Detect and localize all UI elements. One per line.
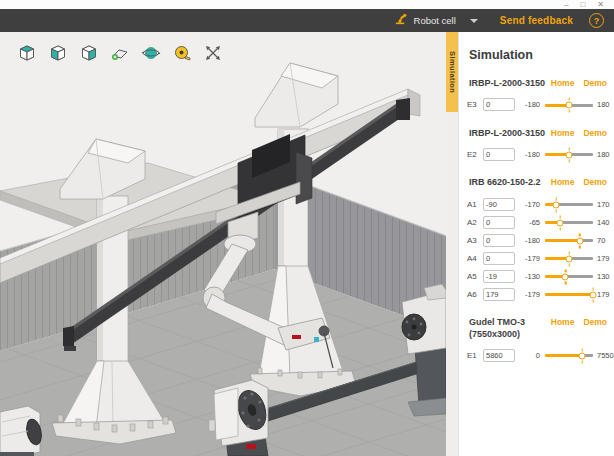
window-titlebar: – □ ✕ (0, 0, 614, 9)
plane-button[interactable] (109, 44, 131, 66)
view-front-icon (48, 43, 68, 67)
axis-value-input[interactable] (483, 98, 515, 111)
section-title: IRBP-L-2000-3150 (469, 78, 545, 90)
axis-max-label: 140 (593, 218, 614, 227)
axis-slider-handle[interactable] (590, 291, 597, 298)
section-title: IRB 6620-150-2.2 (469, 177, 541, 189)
axis-slider-handle[interactable] (553, 201, 560, 208)
axis-slider[interactable] (545, 147, 593, 161)
axis-max-label: 70 (593, 236, 614, 245)
panel-sections: IRBP-L-2000-3150HomeDemoE3-180180IRBP-L-… (467, 78, 609, 362)
axis-slider[interactable] (545, 287, 593, 301)
section-links: HomeDemo (551, 78, 607, 88)
axis-min-label: -179 (515, 254, 545, 263)
demo-link[interactable]: Demo (583, 128, 607, 138)
axis-slider[interactable] (545, 98, 593, 112)
axis-max-label: 180 (593, 100, 614, 109)
axis-min-label: -170 (515, 200, 545, 209)
axis-slider-handle[interactable] (566, 255, 573, 262)
demo-link[interactable]: Demo (583, 78, 607, 88)
axis-slider-handle[interactable] (557, 219, 564, 226)
window-maximize-button[interactable]: □ (580, 0, 585, 9)
axis-min-label: -180 (515, 100, 545, 109)
axis-slider-handle[interactable] (566, 151, 573, 158)
axis-slider[interactable] (545, 197, 593, 211)
axis-slider[interactable] (545, 269, 593, 283)
axis-min-label: -180 (515, 150, 545, 159)
axis-value-input[interactable] (483, 270, 515, 283)
axis-slider-handle[interactable] (562, 273, 569, 280)
positioner-unit-far-left (0, 406, 44, 456)
axis-slider-handle[interactable] (576, 237, 583, 244)
section-e3: IRBP-L-2000-3150HomeDemoE3-180180 (467, 78, 609, 112)
axis-value-input[interactable] (483, 349, 515, 362)
axis-value-input[interactable] (483, 252, 515, 265)
viewport-3d[interactable] (0, 32, 446, 456)
tab-simulation-label: Simulation (448, 51, 457, 93)
axis-value-input[interactable] (483, 288, 515, 301)
send-feedback-button[interactable]: Send feedback (494, 14, 579, 27)
axis-label: E1 (467, 351, 483, 360)
axis-max-label: 179 (593, 254, 614, 263)
axis-row-e1: E107550 (467, 348, 609, 362)
measure-button[interactable] (171, 44, 193, 66)
panel-rail: Simulation (446, 32, 458, 456)
home-link[interactable]: Home (551, 78, 575, 88)
axis-row-e2: E2-180180 (467, 147, 609, 161)
demo-link[interactable]: Demo (583, 177, 607, 187)
home-link[interactable]: Home (551, 177, 575, 187)
axis-value-input[interactable] (483, 148, 515, 161)
axis-value-input[interactable] (483, 216, 515, 229)
simulation-panel: Simulation Simulation IRBP-L-2000-3150Ho… (446, 32, 614, 456)
axis-label: A4 (467, 254, 483, 263)
window-minimize-button[interactable]: – (564, 0, 568, 9)
axis-row-a2: A2-65140 (467, 215, 609, 229)
chevron-down-icon (470, 19, 478, 23)
home-link[interactable]: Home (551, 128, 575, 138)
view-front-button[interactable] (47, 44, 69, 66)
axis-max-label: 180 (593, 150, 614, 159)
axis-slider[interactable] (545, 233, 593, 247)
axis-value-input[interactable] (483, 198, 515, 211)
axis-value-input[interactable] (483, 234, 515, 247)
plane-icon (110, 43, 130, 67)
axis-slider[interactable] (545, 215, 593, 229)
axis-row-a3: A3-18070 (467, 233, 609, 247)
window-close-button[interactable]: ✕ (597, 0, 604, 9)
robot-icon (393, 11, 408, 30)
help-icon[interactable]: ? (589, 13, 604, 28)
robot-cell-selector[interactable]: Robot cell (393, 11, 478, 30)
view-side-button[interactable] (78, 44, 100, 66)
panel-content: Simulation IRBP-L-2000-3150HomeDemoE3-18… (458, 32, 614, 456)
section-links: HomeDemo (551, 317, 607, 327)
home-link[interactable]: Home (551, 317, 575, 327)
axis-label: A3 (467, 236, 483, 245)
orbit-button[interactable] (140, 44, 162, 66)
section-links: HomeDemo (551, 128, 607, 138)
axis-label: E2 (467, 150, 483, 159)
move-button[interactable] (202, 44, 224, 66)
axis-slider-handle[interactable] (566, 102, 573, 109)
axis-max-label: 170 (593, 200, 614, 209)
move-icon (203, 43, 223, 67)
section-links: HomeDemo (551, 177, 607, 187)
axis-row-a6: A6-179179 (467, 287, 609, 301)
axis-min-label: -180 (515, 236, 545, 245)
axis-slider[interactable] (545, 348, 593, 362)
measure-icon (172, 43, 192, 67)
axis-label: A6 (467, 290, 483, 299)
orbit-icon (141, 43, 161, 67)
demo-link[interactable]: Demo (583, 317, 607, 327)
axis-row-a5: A5-130130 (467, 269, 609, 283)
axis-slider[interactable] (545, 251, 593, 265)
axis-label: A5 (467, 272, 483, 281)
axis-slider-handle[interactable] (579, 352, 586, 359)
view-top-button[interactable] (16, 44, 38, 66)
viewport-3d-scene (0, 32, 446, 456)
axis-max-label: 7550 (593, 351, 614, 360)
view-top-icon (17, 43, 37, 67)
section-e1: Gudel TMO-3 (7550x3000)HomeDemoE107550 (467, 317, 609, 362)
axis-max-label: 130 (593, 272, 614, 281)
panel-title: Simulation (469, 48, 609, 62)
tab-simulation[interactable]: Simulation (446, 32, 458, 112)
